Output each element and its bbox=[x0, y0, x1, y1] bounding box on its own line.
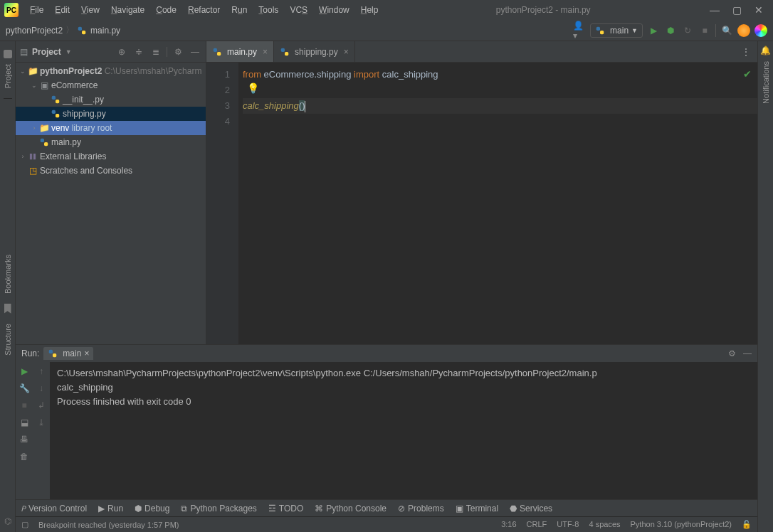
plugins-icon[interactable] bbox=[754, 24, 767, 37]
menu-navigate[interactable]: Navigate bbox=[105, 2, 150, 18]
project-stripe-button[interactable]: Project bbox=[4, 41, 12, 99]
down-icon[interactable]: ↓ bbox=[39, 383, 43, 393]
menu-run[interactable]: Run bbox=[226, 2, 253, 18]
project-stripe-icon bbox=[4, 50, 12, 58]
breadcrumb: pythonProject2 〉 main.py bbox=[6, 24, 120, 36]
tab-main[interactable]: main.py× bbox=[206, 41, 274, 62]
menu-refactor[interactable]: Refactor bbox=[182, 2, 226, 18]
chevron-down-icon[interactable]: ▼ bbox=[65, 48, 72, 55]
services-icon: ⬣ bbox=[510, 504, 517, 514]
run-tab-main[interactable]: main × bbox=[43, 347, 93, 360]
stop-button[interactable]: ■ bbox=[698, 24, 711, 37]
close-tab-icon[interactable]: × bbox=[344, 47, 349, 57]
svg-rect-4 bbox=[52, 96, 56, 100]
rerun-icon[interactable]: ▶ bbox=[21, 366, 28, 376]
run-config-dropdown[interactable]: main ▼ bbox=[590, 23, 643, 38]
window-maximize[interactable]: ▢ bbox=[732, 4, 742, 16]
project-view-icon: ▤ bbox=[20, 47, 28, 57]
expand-all-icon[interactable]: ≑ bbox=[132, 46, 145, 58]
encoding[interactable]: UTF-8 bbox=[557, 520, 579, 529]
run-tab[interactable]: ▶Run bbox=[98, 504, 123, 514]
debug-button[interactable]: ⬢ bbox=[664, 24, 677, 37]
svg-rect-12 bbox=[281, 48, 285, 51]
notifications-icon[interactable]: 🔔 bbox=[760, 46, 771, 55]
editor-more-icon[interactable]: ⋮ bbox=[735, 41, 757, 62]
svg-rect-2 bbox=[596, 26, 600, 30]
line-separator[interactable]: CRLF bbox=[527, 520, 547, 529]
line-gutter[interactable]: 1234 bbox=[206, 63, 238, 344]
tab-shipping[interactable]: shipping.py× bbox=[274, 41, 355, 62]
status-widgets-icon[interactable]: ▢ bbox=[21, 520, 28, 529]
inspect-ok-icon[interactable]: ✔ bbox=[743, 68, 752, 80]
titlebar: PC File Edit View Navigate Code Refactor… bbox=[0, 0, 773, 20]
notifications-stripe[interactable]: Notifications bbox=[762, 61, 770, 104]
coverage-button[interactable]: ↻ bbox=[681, 24, 694, 37]
ide-updates-icon[interactable] bbox=[737, 24, 750, 37]
console-output[interactable]: C:\Users\mshah\PycharmProjects\pythonPro… bbox=[50, 362, 757, 499]
search-icon[interactable]: 🔍 bbox=[720, 24, 733, 37]
window-title: pythonProject2 - main.py bbox=[384, 5, 703, 15]
close-tab-icon[interactable]: × bbox=[263, 47, 268, 57]
code-editor[interactable]: 1234 💡 ✔ from eCommerce.shipping import … bbox=[206, 63, 757, 344]
close-runtab-icon[interactable]: × bbox=[84, 349, 89, 358]
project-pane-title[interactable]: Project bbox=[32, 47, 61, 57]
menu-tools[interactable]: Tools bbox=[253, 2, 284, 18]
menu-file[interactable]: File bbox=[24, 2, 49, 18]
svg-rect-15 bbox=[53, 353, 56, 357]
vcs-tab[interactable]: 𝘗Version Control bbox=[21, 504, 87, 514]
python-file-icon bbox=[77, 26, 87, 36]
editor-area: main.py× shipping.py× ⋮ 1234 💡 ✔ bbox=[206, 41, 757, 344]
up-icon[interactable]: ↑ bbox=[39, 366, 43, 376]
lock-icon[interactable]: 🔓 bbox=[742, 520, 752, 529]
collapse-all-icon[interactable]: ≣ bbox=[149, 46, 162, 58]
packages-tab[interactable]: ⧉Python Packages bbox=[181, 504, 256, 514]
gear-icon[interactable]: ⚙ bbox=[172, 46, 184, 58]
user-icon[interactable]: 👤▾ bbox=[573, 24, 586, 37]
bookmarks-stripe[interactable]: Bookmarks bbox=[4, 255, 12, 294]
hide-icon[interactable]: — bbox=[189, 46, 201, 58]
stop-icon[interactable]: ■ bbox=[21, 400, 26, 410]
problems-tab[interactable]: ⊘Problems bbox=[398, 504, 444, 514]
status-bar: ▢ Breakpoint reached (yesterday 1:57 PM)… bbox=[16, 516, 757, 532]
menu-help[interactable]: Help bbox=[355, 2, 384, 18]
debug-tab[interactable]: ⬢Debug bbox=[135, 504, 169, 514]
run-toolwindow: Run: main × ⚙ — ▶ 🔧 ■ ⬓ 🖶 🗑 bbox=[16, 344, 757, 499]
run-button[interactable]: ▶ bbox=[647, 24, 660, 37]
project-toolwindow: ▤ Project ▼ ⊕ ≑ ≣ ⚙ — ⌄📁pythonProject2 C… bbox=[16, 41, 206, 344]
select-opened-file-icon[interactable]: ⊕ bbox=[115, 46, 128, 58]
menu-view[interactable]: View bbox=[75, 2, 105, 18]
project-tree[interactable]: ⌄📁pythonProject2 C:\Users\mshah\Pycharm … bbox=[16, 63, 206, 344]
run-side-toolbar: ▶ 🔧 ■ ⬓ 🖶 🗑 bbox=[16, 362, 33, 499]
window-minimize[interactable]: — bbox=[710, 4, 720, 16]
intention-bulb-icon[interactable]: 💡 bbox=[247, 83, 259, 94]
caret-position[interactable]: 3:16 bbox=[501, 520, 516, 529]
python-icon bbox=[595, 26, 605, 36]
terminal-tab[interactable]: ▣Terminal bbox=[456, 504, 498, 514]
indent[interactable]: 4 spaces bbox=[589, 520, 620, 529]
interpreter[interactable]: Python 3.10 (pythonProject2) bbox=[631, 520, 732, 529]
menu-edit[interactable]: Edit bbox=[49, 2, 75, 18]
wrench-icon[interactable]: 🔧 bbox=[19, 383, 30, 393]
breadcrumb-project[interactable]: pythonProject2 bbox=[6, 26, 63, 36]
services-tab[interactable]: ⬣Services bbox=[510, 504, 552, 514]
print-icon[interactable]: 🖶 bbox=[20, 435, 28, 445]
window-close[interactable]: ✕ bbox=[754, 4, 763, 16]
menu-vcs[interactable]: VCS bbox=[284, 2, 313, 18]
pyconsole-tab[interactable]: ⌘Python Console bbox=[315, 504, 386, 514]
python-icon: ⌘ bbox=[315, 504, 323, 514]
run-label: Run: bbox=[21, 349, 39, 358]
softwrap-icon[interactable]: ↲ bbox=[38, 400, 45, 410]
scroll-end-icon[interactable]: ⤓ bbox=[38, 417, 45, 427]
chevron-down-icon: ▼ bbox=[631, 27, 638, 34]
menu-window[interactable]: Window bbox=[313, 2, 355, 18]
todo-tab[interactable]: ☲TODO bbox=[268, 504, 303, 514]
structure-stripe[interactable]: Structure bbox=[4, 324, 12, 356]
trash-icon[interactable]: 🗑 bbox=[20, 452, 28, 462]
breadcrumb-file[interactable]: main.py bbox=[90, 26, 120, 36]
terminal-icon: ▣ bbox=[456, 504, 463, 514]
layout-icon[interactable]: ⬓ bbox=[21, 417, 28, 427]
menu-code[interactable]: Code bbox=[150, 2, 182, 18]
gear-icon[interactable]: ⚙ bbox=[728, 349, 736, 358]
hide-icon[interactable]: — bbox=[743, 349, 752, 358]
svg-rect-5 bbox=[56, 100, 59, 103]
